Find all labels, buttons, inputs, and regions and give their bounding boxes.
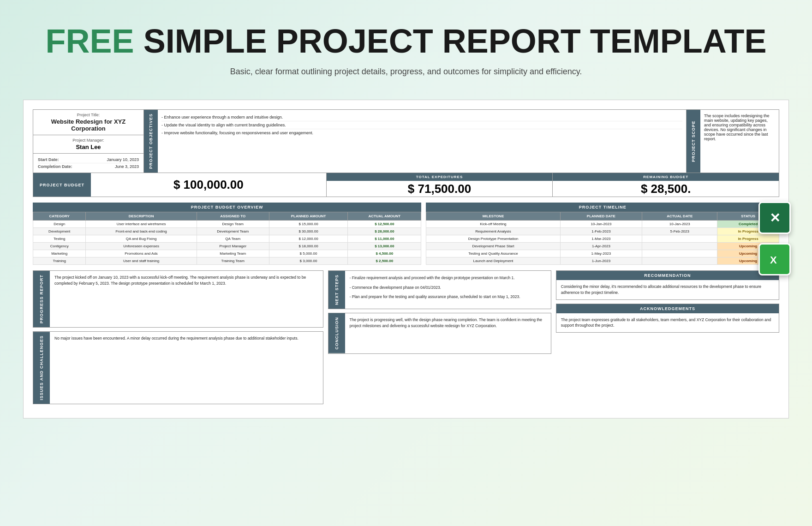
scope-block: PROJECT SCOPE The scope includes redesig…: [687, 110, 779, 173]
recommendation-content: Considering the minor delay, it's recomm…: [556, 280, 779, 299]
timeline-data-table: MILESTONE PLANNED DATE ACTUAL DATE STATU…: [426, 212, 779, 265]
project-title-block: Project Title: Website Redesign for XYZ …: [33, 110, 143, 135]
middle-bottom: NEXT STEPS - Finalize requirement analys…: [328, 270, 551, 404]
page-header: FREE SIMPLE PROJECT REPORT TEMPLATE Basi…: [0, 0, 812, 90]
ns-item-2: - Commence the development phase on 04/0…: [350, 284, 546, 291]
bottom-left: PROGRESS REPORT The project kicked off o…: [33, 270, 323, 404]
issues-content: No major issues have been encountered. A…: [50, 332, 323, 404]
recommendation-header: RECOMMENDATION: [556, 271, 779, 280]
project-manager-block: Project Manager: Stan Lee: [33, 135, 143, 154]
budget-overview-table: PROJECT BUDGET OVERVIEW CATEGORY DESCRIP…: [33, 203, 421, 265]
dates-block: Start Date: January 10, 2023 Completion …: [33, 154, 143, 173]
col-planned-date: PLANNED DATE: [560, 212, 642, 221]
objectives-block: PROJECT OBJECTIVES - Enhance user experi…: [144, 110, 687, 173]
section-top: Project Title: Website Redesign for XYZ …: [33, 109, 779, 173]
document-wrapper: ✕ X Project Title: Website Redesign for …: [23, 100, 789, 418]
acknowledgements-header: ACKNOWLEDGEMENTS: [556, 304, 779, 313]
total-expend-header: TOTAL EXPEDITURES: [327, 173, 553, 181]
start-date-label: Start Date:: [38, 157, 59, 162]
start-date-value: January 10, 2023: [107, 157, 139, 162]
budget-overview-header: PROJECT BUDGET OVERVIEW: [33, 203, 421, 212]
timeline-table: PROJECT TIMELINE MILESTONE PLANNED DATE …: [426, 203, 779, 265]
ns-item-3: - Plan and prepare for the testing and q…: [350, 293, 546, 300]
col-description: DESCRIPTION: [86, 212, 197, 221]
conclusion-content: The project is progressing well, with th…: [345, 313, 551, 353]
left-info-panel: Project Title: Website Redesign for XYZ …: [33, 110, 144, 173]
acknowledgements-content: The project team expresses gratitude to …: [556, 313, 779, 333]
budget-label: PROJECT BUDGET: [33, 173, 91, 197]
table-row: DesignUser interface and wireframesDesig…: [33, 221, 421, 228]
budget-table: CATEGORY DESCRIPTION ASSIGNED TO PLANNED…: [33, 212, 421, 265]
timeline-header: PROJECT TIMELINE: [426, 203, 779, 212]
tables-row: PROJECT BUDGET OVERVIEW CATEGORY DESCRIP…: [33, 203, 779, 265]
col-planned: PLANNED AMOUNT: [269, 212, 348, 221]
budget-amount: $ 100,000.00: [91, 173, 327, 197]
start-date-row: Start Date: January 10, 2023: [38, 156, 139, 163]
pm-label: Project Manager:: [38, 138, 139, 143]
scope-label: PROJECT SCOPE: [687, 110, 700, 173]
next-steps-label: NEXT STEPS: [328, 271, 345, 309]
scope-content: The scope includes redesigning the main …: [700, 110, 779, 173]
svg-text:X: X: [770, 254, 777, 266]
table-row: MarketingPromotions and AdsMarketing Tea…: [33, 250, 421, 257]
col-assigned: ASSIGNED TO: [197, 212, 269, 221]
remaining-budget-block: REMAINING BUDGET $ 28,500.: [553, 173, 779, 197]
table-row: ContigencyUnforeseen expensesProject Man…: [33, 243, 421, 250]
table-row: Development Phase Start1-Apr-2023Upcomin…: [426, 243, 779, 250]
objectives-label: PROJECT OBJECTIVES: [144, 110, 158, 173]
table-row: Kick-off Meeting10-Jan-202310-Jan-2023Co…: [426, 221, 779, 228]
obj-item-3: - Improve website functionality, focusin…: [161, 129, 682, 137]
remaining-value: $ 28,500.: [553, 181, 779, 197]
main-title: FREE SIMPLE PROJECT REPORT TEMPLATE: [18, 23, 794, 60]
table-row: Testing and Quality Assurance1-May-2023U…: [426, 250, 779, 257]
completion-date-row: Completion Date: June 3, 2023: [38, 163, 139, 170]
issues-label: ISSUES AND CHALLENGES: [33, 332, 50, 404]
completion-date-label: Completion Date:: [38, 164, 72, 169]
table-row: DevelopmentFront-end and back-end coding…: [33, 228, 421, 235]
remaining-header: REMAINING BUDGET: [553, 173, 779, 181]
total-expend-value: $ 71,500.00: [327, 181, 553, 197]
table-row: TestingQA and Bug FixingQA Team$ 12,000.…: [33, 235, 421, 243]
title-rest: SIMPLE PROJECT REPORT TEMPLATE: [134, 23, 767, 60]
pm-value: Stan Lee: [38, 143, 139, 150]
ns-item-1: - Finalize requirement analysis and proc…: [350, 275, 546, 281]
next-steps-block: NEXT STEPS - Finalize requirement analys…: [328, 270, 551, 309]
table-row: Requirement Analysis1-Feb-20235-Feb-2023…: [426, 228, 779, 235]
obj-item-2: - Update the visual identity to align wi…: [161, 121, 682, 129]
table-row: Launch and Deployment1-Jun-2023Upcoming: [426, 257, 779, 265]
obj-item-1: - Enhance user experience through a mode…: [161, 114, 682, 121]
col-actual: ACTUAL AMOUNT: [348, 212, 421, 221]
bottom-row: PROGRESS REPORT The project kicked off o…: [33, 270, 779, 404]
table-row: Design Prototype Presentation1-Mar-2023I…: [426, 235, 779, 243]
total-expend-block: TOTAL EXPEDITURES $ 71,500.00: [327, 173, 553, 197]
col-category: CATEGORY: [33, 212, 86, 221]
recommendation-block: RECOMMENDATION Considering the minor del…: [556, 270, 779, 300]
next-steps-content: - Finalize requirement analysis and proc…: [345, 271, 551, 309]
progress-report-block: PROGRESS REPORT The project kicked off o…: [33, 270, 323, 328]
issues-block: ISSUES AND CHALLENGES No major issues ha…: [33, 331, 323, 404]
col-milestone: MILESTONE: [426, 212, 560, 221]
project-title-value: Website Redesign for XYZ Corporation: [38, 118, 139, 132]
excel-icon-1: ✕: [758, 202, 791, 234]
col-actual-date: ACTUAL DATE: [642, 212, 717, 221]
free-label: FREE: [46, 23, 134, 60]
right-panels: RECOMMENDATION Considering the minor del…: [556, 270, 779, 404]
budget-amount-value: $ 100,000.00: [173, 178, 244, 192]
excel-icon-2: X: [758, 243, 791, 275]
acknowledgements-block: ACKNOWLEDGEMENTS The project team expres…: [556, 304, 779, 333]
conclusion-block: CONCLUSION The project is progressing we…: [328, 313, 551, 354]
subtitle: Basic, clear format outlining project de…: [18, 67, 794, 77]
conclusion-label: CONCLUSION: [328, 313, 345, 353]
progress-report-label: PROGRESS REPORT: [33, 271, 50, 327]
project-title-label: Project Title:: [38, 113, 139, 117]
objectives-content: - Enhance user experience through a mode…: [158, 110, 686, 173]
progress-report-content: The project kicked off on January 10, 20…: [50, 271, 323, 327]
completion-date-value: June 3, 2023: [115, 164, 139, 169]
table-row: TrainingUser and staff trainingTraining …: [33, 257, 421, 265]
budget-section: PROJECT BUDGET $ 100,000.00 TOTAL EXPEDI…: [33, 173, 779, 197]
